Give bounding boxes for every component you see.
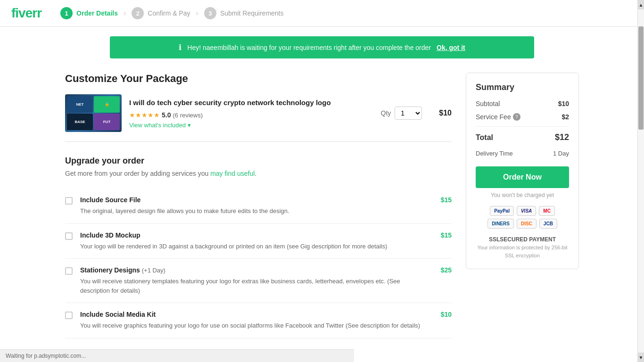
upgrade-item-0: Include Source File The original, layere… [65,189,452,224]
main-content: Customize Your Package NET 🔒 BASE FUT I … [39,58,605,353]
upgrade-desc-0: The original, layered design file allows… [80,206,426,216]
header: fiverr 1 Order Details › 2 Confirm & Pay… [0,0,644,27]
total-value: $12 [555,132,569,142]
scrollbar[interactable]: ▲ ▼ [637,0,644,353]
delivery-label: Delivery Time [476,150,513,157]
gig-price: $10 [439,109,452,117]
step-2-label: Confirm & Pay [148,9,190,17]
step-1[interactable]: 1 Order Details [60,7,118,19]
paypal-icon: PayPal [490,206,514,216]
step-1-label: Order Details [76,9,118,17]
delivery-value: 1 Day [553,150,569,157]
gig-image: NET 🔒 BASE FUT [65,94,122,132]
diners-icon: DINERS [487,219,514,229]
upgrade-item-3: Include Social Media Kit You will receiv… [65,303,452,338]
summary-divider [476,126,569,127]
service-fee-label: Service Fee ? [476,113,520,121]
summary-box: Summary Subtotal $10 Service Fee ? $2 To… [466,73,579,269]
no-charge-text: You won't be charged yet [476,192,569,198]
service-fee-help-icon[interactable]: ? [513,113,520,121]
upgrade-checkbox-0[interactable] [65,197,73,205]
scrollbar-up-btn[interactable]: ▲ [638,0,644,9]
view-included-link[interactable]: View what's included ▾ [129,122,373,129]
upgrade-name-0[interactable]: Include Source File [80,196,426,204]
upgrade-desc-2: You will receive stationery templates fe… [80,277,426,295]
upgrade-content-0: Include Source File The original, layere… [80,196,426,216]
order-now-button[interactable]: Order Now [476,166,569,188]
upgrade-checkbox-1[interactable] [65,232,73,240]
logo: fiverr [11,6,41,21]
scrollbar-thumb[interactable] [638,26,644,129]
ssl-desc: Your information is protected by 256-bit… [476,244,569,259]
upgrade-name-2[interactable]: Stationery Designs (+1 Day) [80,266,426,274]
service-fee-value: $2 [561,113,569,121]
subtotal-row: Subtotal $10 [476,100,569,107]
upgrade-content-1: Include 3D Mockup Your logo will be rend… [80,231,426,251]
upgrade-name-3[interactable]: Include Social Media Kit [80,311,426,318]
upgrade-item-2: Stationery Designs (+1 Day) You will rec… [65,259,452,303]
left-column: Customize Your Package NET 🔒 BASE FUT I … [65,73,452,338]
upgrade-desc-3: You will receive graphics featuring your… [80,321,426,330]
banner-text: Hey! naeembillah is waiting for your req… [187,44,431,51]
step-1-num: 1 [60,7,73,19]
gig-img-cell-3: BASE [67,114,93,130]
upgrade-price-2: $25 [441,266,452,274]
gig-img-cell-2: 🔒 [94,96,120,113]
step-3-label: Submit Requirements [220,9,284,17]
step-3-num: 3 [204,7,216,19]
upgrade-price-0: $15 [441,196,452,204]
rating-value: 5.0 [162,111,171,119]
total-row: Total $12 [476,132,569,142]
step-arrow-1: › [124,9,126,17]
upgrade-checkbox-3[interactable] [65,312,73,319]
jcb-icon: JCB [539,219,557,229]
star-icons: ★★★★★ [129,111,160,119]
notification-banner: ℹ Hey! naeembillah is waiting for your r… [110,36,534,58]
step-arrow-2: › [196,9,198,17]
gig-title: I will do tech cyber security crypto net… [129,98,373,107]
upgrade-title: Upgrade your order [65,156,452,166]
info-icon: ℹ [179,43,182,52]
step-2[interactable]: 2 Confirm & Pay [132,7,190,19]
gig-info: I will do tech cyber security crypto net… [129,98,373,129]
upgrade-desc-1: Your logo will be rendered in 3D against… [80,242,426,251]
upgrade-price-1: $15 [441,231,452,239]
reviews-count: (6 reviews) [173,112,203,119]
upgrade-content-3: Include Social Media Kit You will receiv… [80,311,426,330]
discover-icon: DISC [517,219,537,229]
ssl-title: SSLSECURED PAYMENT [476,235,569,244]
upgrade-subtitle: Get more from your order by adding servi… [65,170,452,177]
qty-area: Qty 1 2 3 [381,107,422,120]
delivery-row: Delivery Time 1 Day [476,150,569,157]
upgrade-section: Upgrade your order Get more from your or… [65,156,452,338]
banner-ok-link[interactable]: Ok, got it [437,44,465,51]
total-label: Total [476,133,493,142]
upgrade-name-1[interactable]: Include 3D Mockup [80,231,426,239]
gig-row: NET 🔒 BASE FUT I will do tech cyber secu… [65,94,452,142]
subtotal-value: $10 [558,100,569,107]
upgrade-content-2: Stationery Designs (+1 Day) You will rec… [80,266,426,295]
summary-title: Summary [476,82,569,92]
gig-img-cell-4: FUT [94,114,120,130]
qty-label: Qty [381,109,391,117]
qty-select[interactable]: 1 2 3 [395,107,422,120]
status-bar: Waiting for p.adsymptotic.com... [0,349,354,353]
scrollbar-track[interactable] [638,9,644,353]
service-fee-row: Service Fee ? $2 [476,113,569,121]
gig-stars: ★★★★★ 5.0 (6 reviews) [129,111,373,119]
right-column: Summary Subtotal $10 Service Fee ? $2 To… [466,73,579,338]
page-title: Customize Your Package [65,73,452,85]
upgrade-day-badge-2: (+1 Day) [142,267,165,274]
step-3[interactable]: 3 Submit Requirements [204,7,284,19]
payment-icons: PayPal VISA MC DINERS DISC JCB [476,206,569,229]
upgrade-subtitle-find-link[interactable]: find useful [224,170,255,177]
mastercard-icon: MC [539,206,555,216]
upgrade-price-3: $10 [441,311,452,318]
ssl-info: SSLSECURED PAYMENT Your information is p… [476,235,569,259]
visa-icon: VISA [517,206,536,216]
subtotal-label: Subtotal [476,100,500,107]
upgrade-checkbox-2[interactable] [65,267,73,275]
upgrade-subtitle-may-link[interactable]: may [210,170,223,177]
steps-nav: 1 Order Details › 2 Confirm & Pay › 3 Su… [60,7,283,19]
upgrade-item-1: Include 3D Mockup Your logo will be rend… [65,224,452,259]
